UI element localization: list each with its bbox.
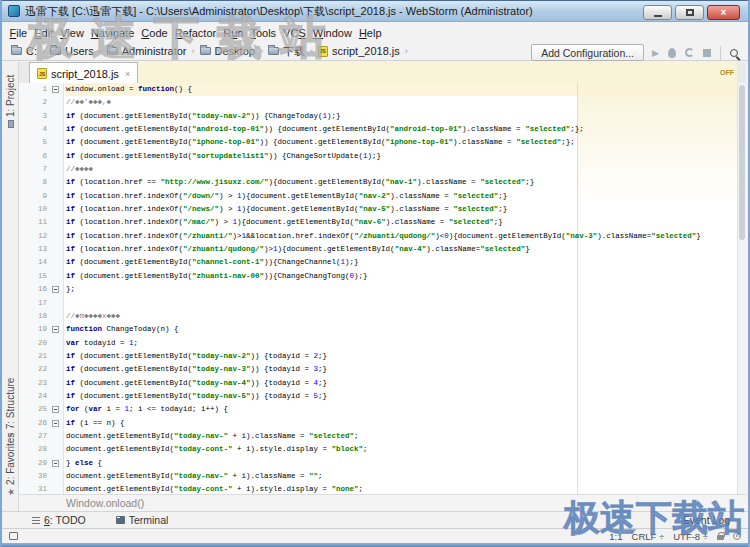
breadcrumb-item-script-2018-js[interactable]: script_2018.js: [318, 45, 400, 57]
code-line[interactable]: 11if (location.href.indexOf("/mac/") > 1…: [19, 216, 736, 229]
code-text: document.getElementById("today-nav-" + i…: [66, 470, 323, 483]
run-icon[interactable]: ▶: [652, 48, 659, 58]
fold-marker-icon[interactable]: [52, 420, 59, 427]
menu-run[interactable]: Run: [220, 25, 247, 41]
code-line[interactable]: 19function ChangeToday(n) {: [19, 323, 736, 336]
code-line[interactable]: 26if (i == n) {: [19, 417, 736, 430]
fold-column: [47, 203, 66, 216]
menu-file[interactable]: File: [6, 25, 31, 41]
tool-button-project[interactable]: 1: Project: [5, 75, 16, 128]
code-line[interactable]: 16};: [19, 283, 736, 296]
menu-view[interactable]: View: [57, 25, 88, 41]
fold-column: [47, 256, 66, 269]
tab-script-2018-js[interactable]: script_2018.js ×: [29, 62, 138, 84]
breadcrumb-item-administrator[interactable]: Administrator: [107, 45, 187, 57]
fold-marker-icon[interactable]: [52, 86, 59, 93]
code-line[interactable]: 3if (document.getElementById("today-nav-…: [19, 110, 736, 123]
scrollbar-thumb[interactable]: [739, 85, 745, 240]
breadcrumb-label: Administrator: [122, 45, 187, 57]
code-line[interactable]: 5if (document.getElementById("iphone-top…: [19, 136, 736, 149]
code-line[interactable]: 1window.onload = function() {: [19, 83, 736, 96]
menu-navigate[interactable]: Navigate: [87, 25, 137, 41]
code-line[interactable]: 20var todayid = 1;: [19, 337, 736, 350]
code-area[interactable]: 1window.onload = function() {2//◆◆'◆◆◆,◆…: [19, 83, 736, 494]
code-line[interactable]: 23if (document.getElementById("today-nav…: [19, 377, 736, 390]
breadcrumb-item-desktop[interactable]: Desktop: [200, 45, 255, 57]
code-line[interactable]: 18//◆π◆◆◆◆x◆◆◆: [19, 310, 736, 323]
tab-close-icon[interactable]: ×: [125, 69, 130, 79]
menu-tools[interactable]: Tools: [247, 25, 280, 41]
debug-icon[interactable]: [668, 48, 676, 58]
vertical-scrollbar[interactable]: [737, 83, 746, 494]
tool-button-label: 1: Project: [5, 75, 16, 117]
menu-code[interactable]: Code: [138, 25, 171, 41]
hector-inspector-icon[interactable]: [733, 532, 741, 540]
code-line[interactable]: 21if (document.getElementById("today-nav…: [19, 350, 736, 363]
line-number: 30: [19, 470, 47, 483]
line-ending-indicator[interactable]: CRLF ÷: [632, 531, 665, 542]
fold-marker-icon[interactable]: [52, 326, 59, 333]
code-line[interactable]: 6if (document.getElementById("sortupdate…: [19, 150, 736, 163]
tool-window-6-todo[interactable]: 6: TODO: [32, 514, 86, 526]
tool-button-favorites[interactable]: ★2: Favorites: [5, 433, 16, 496]
fold-column: [47, 403, 66, 416]
fold-marker-icon[interactable]: [52, 286, 59, 293]
close-button[interactable]: ×: [707, 5, 740, 20]
line-number: 23: [19, 377, 47, 390]
menu-vcs[interactable]: VCS: [280, 25, 310, 41]
code-line[interactable]: 24if (document.getElementById("today-nav…: [19, 390, 736, 403]
code-line[interactable]: 4if (document.getElementById("android-to…: [19, 123, 736, 136]
menu-edit[interactable]: Edit: [31, 25, 57, 41]
tool-window-toggle-icon[interactable]: [9, 532, 18, 540]
tool-window-event-log[interactable]: Event Log: [683, 514, 730, 526]
code-line[interactable]: 10if (location.href.indexOf("/news/") > …: [19, 203, 736, 216]
code-line[interactable]: 22if (document.getElementById("today-nav…: [19, 363, 736, 376]
code-line[interactable]: 2//◆◆'◆◆◆,◆: [19, 96, 736, 109]
code-text: if (document.getElementById("channel-con…: [66, 256, 359, 269]
menu-refactor[interactable]: Refactor: [171, 25, 220, 41]
tool-window-label: Event Log: [683, 514, 730, 526]
search-icon[interactable]: [730, 49, 738, 57]
code-line[interactable]: 9if (location.href.indexOf("/down/") > 1…: [19, 190, 736, 203]
code-line[interactable]: 30document.getElementById("today-nav-" +…: [19, 470, 736, 483]
editor-tab-bar: script_2018.js × OFF: [19, 62, 746, 84]
menu-help[interactable]: Help: [355, 25, 385, 41]
breadcrumb-label: C:: [26, 45, 37, 57]
code-line[interactable]: 31document.getElementById("today-cont-" …: [19, 483, 736, 494]
caret-position[interactable]: 1:1: [609, 531, 622, 542]
minimize-button[interactable]: [643, 5, 672, 20]
code-editor[interactable]: 1window.onload = function() {2//◆◆'◆◆◆,◆…: [19, 83, 746, 494]
add-configuration-button[interactable]: Add Configuration...: [531, 44, 644, 61]
breadcrumb-item--[interactable]: 下载: [268, 44, 305, 59]
code-line[interactable]: 28document.getElementById("today-cont-" …: [19, 443, 736, 456]
line-number: 17: [19, 297, 47, 310]
coverage-icon[interactable]: [685, 48, 694, 57]
maximize-button[interactable]: [675, 5, 704, 20]
code-line[interactable]: 29} else {: [19, 457, 736, 470]
maximize-icon: [686, 9, 694, 16]
code-line[interactable]: 25for (var i = 1; i <= todayid; i++) {: [19, 403, 736, 416]
lock-icon[interactable]: [717, 535, 724, 540]
editor-breadcrumb-bar: Window.onload(): [19, 494, 746, 511]
code-line[interactable]: 17: [19, 297, 736, 310]
encoding-indicator[interactable]: UTF-8 ÷: [673, 531, 708, 542]
tool-button-structure[interactable]: ≡7: Structure: [5, 378, 16, 437]
title-bar[interactable]: 迅雷下载 [C:\迅雷下载] - C:\Users\Administrator\…: [2, 0, 748, 22]
code-line[interactable]: 14if (document.getElementById("channel-c…: [19, 256, 736, 269]
breadcrumb-window-onload[interactable]: Window.onload(): [66, 497, 144, 509]
code-line[interactable]: 12if (location.href.indexOf("/zhuanti/")…: [19, 230, 736, 243]
breadcrumb-item-c-[interactable]: C:: [11, 45, 37, 57]
code-line[interactable]: 27document.getElementById("today-nav-" +…: [19, 430, 736, 443]
tool-window-terminal[interactable]: Terminal: [116, 514, 169, 526]
line-number: 15: [19, 270, 47, 283]
code-line[interactable]: 13if (location.href.indexOf("/zhuanti/qu…: [19, 243, 736, 256]
stop-icon[interactable]: [703, 49, 711, 57]
fold-marker-icon[interactable]: [52, 460, 59, 467]
fold-marker-icon[interactable]: [52, 406, 59, 413]
code-line[interactable]: 15if (document.getElementById("zhuanti-n…: [19, 270, 736, 283]
menu-window[interactable]: Window: [309, 25, 355, 41]
code-line[interactable]: 8if (location.href == "http://www.jisuxz…: [19, 176, 736, 189]
breadcrumb-item-users[interactable]: Users: [50, 45, 94, 57]
status-bar: 1:1 CRLF ÷ UTF-8 ÷: [2, 528, 748, 543]
code-line[interactable]: 7//◆◆◆◆: [19, 163, 736, 176]
